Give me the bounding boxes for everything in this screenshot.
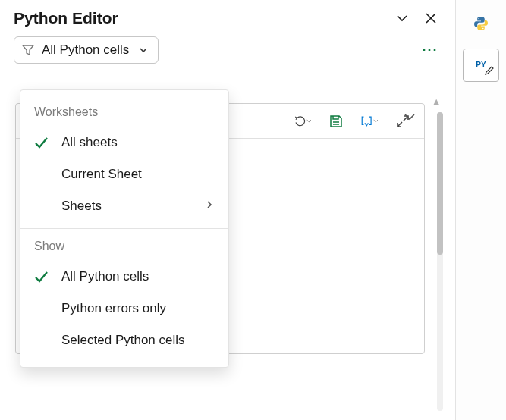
chevron-down-icon xyxy=(373,118,379,124)
dropdown-item-all-python-cells[interactable]: All Python cells xyxy=(20,261,228,293)
more-options-button[interactable]: ··· xyxy=(419,39,442,61)
check-icon xyxy=(31,268,51,285)
rail-python-link[interactable] xyxy=(464,9,498,38)
chevron-down-icon xyxy=(306,118,312,124)
dropdown-item-label: All Python cells xyxy=(61,269,149,284)
dropdown-item-selected-python-cells[interactable]: Selected Python cells xyxy=(20,324,228,356)
python-logo-icon xyxy=(473,15,489,32)
close-button[interactable] xyxy=(420,8,442,29)
pane-header: Python Editor xyxy=(0,0,455,35)
ellipsis-icon: ··· xyxy=(422,42,438,58)
collapse-button[interactable] xyxy=(391,8,413,29)
chevron-right-icon xyxy=(204,199,215,214)
save-button[interactable] xyxy=(327,112,345,130)
filter-row: All Python cells ··· xyxy=(0,35,455,71)
dropdown-item-label: Python errors only xyxy=(61,301,166,316)
chevron-down-icon xyxy=(138,45,149,55)
output-type-button[interactable] xyxy=(360,112,379,130)
pencil-icon xyxy=(484,65,495,78)
scroll-up-arrow[interactable]: ▲ xyxy=(431,96,442,108)
dropdown-section-worksheets: Worksheets xyxy=(20,101,228,127)
dropdown-item-sheets[interactable]: Sheets xyxy=(20,190,228,222)
svg-point-0 xyxy=(478,18,479,20)
right-rail: PY xyxy=(455,0,506,420)
dropdown-item-python-errors-only[interactable]: Python errors only xyxy=(20,293,228,324)
dropdown-item-label: Current Sheet xyxy=(61,167,142,182)
undo-button[interactable] xyxy=(294,112,312,130)
dropdown-item-label: Sheets xyxy=(61,199,102,214)
panel-collapse-button[interactable] xyxy=(401,108,419,126)
dropdown-item-label: Selected Python cells xyxy=(61,333,185,348)
dropdown-divider xyxy=(20,228,228,229)
scrollbar-thumb[interactable] xyxy=(437,112,443,255)
filter-dropdown-menu: Worksheets All sheets Current Sheet Shee… xyxy=(20,89,229,368)
rail-python-editor-link[interactable]: PY xyxy=(463,49,499,82)
chevron-down-icon xyxy=(402,109,417,124)
pane-title: Python Editor xyxy=(14,9,384,27)
filter-label: All Python cells xyxy=(42,42,129,58)
dropdown-section-show: Show xyxy=(20,235,228,261)
check-icon xyxy=(31,134,51,151)
chevron-down-icon xyxy=(394,11,410,26)
dropdown-item-all-sheets[interactable]: All sheets xyxy=(20,127,228,158)
dropdown-item-label: All sheets xyxy=(61,135,118,150)
filter-icon xyxy=(22,44,34,56)
output-brackets-icon xyxy=(360,114,372,129)
close-icon xyxy=(424,11,438,25)
undo-icon xyxy=(294,113,306,130)
dropdown-item-current-sheet[interactable]: Current Sheet xyxy=(20,158,228,190)
filter-dropdown-button[interactable]: All Python cells xyxy=(14,36,159,64)
svg-point-1 xyxy=(482,28,484,30)
save-icon xyxy=(328,114,344,129)
